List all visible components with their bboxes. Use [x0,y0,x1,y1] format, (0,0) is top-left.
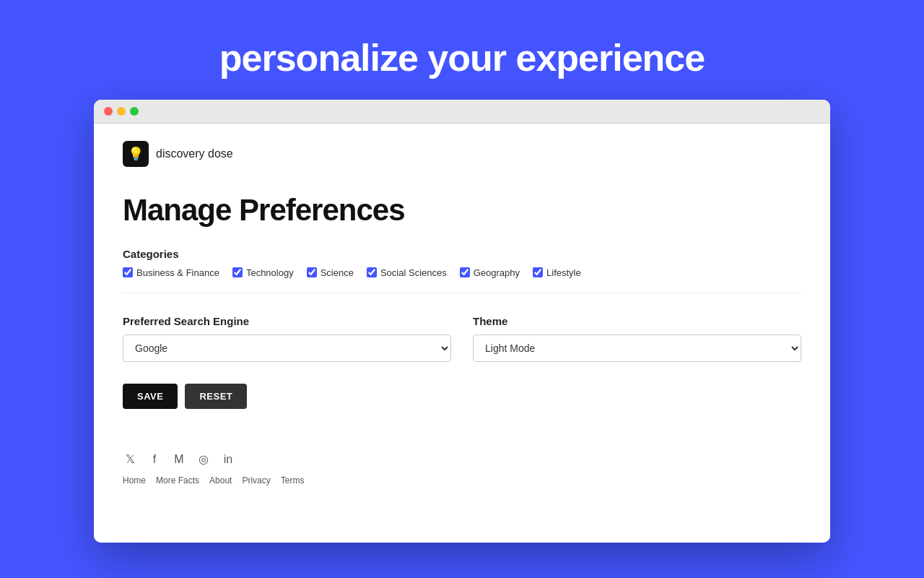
footer-link-privacy[interactable]: Privacy [242,475,270,486]
footer-link-terms[interactable]: Terms [281,475,305,486]
category-checkbox-geo[interactable] [460,267,470,277]
preferences-grid: Preferred Search Engine GoogleBingDuckDu… [123,315,801,362]
footer-links: HomeMore FactsAboutPrivacyTerms [123,475,801,486]
category-checkbox-life[interactable] [533,267,543,277]
reset-button[interactable]: RESET [185,384,247,409]
page-headline: personalize your experience [219,36,705,79]
categories-label: Categories [123,248,801,260]
footer: 𝕏fM◎in HomeMore FactsAboutPrivacyTerms [123,409,801,486]
category-item-soc: Social Sciences [367,267,447,278]
category-label-soc: Social Sciences [380,267,447,278]
theme-select[interactable]: Light ModeDark ModeSystem Default [473,335,801,362]
category-label-geo: Geography [474,267,520,278]
logo-icon: 💡 [128,146,144,162]
category-label-tech: Technology [246,267,294,278]
category-item-sci: Science [307,267,354,278]
category-label-sci: Science [321,267,354,278]
category-label-life: Lifestyle [546,267,581,278]
page-title: Manage Preferences [123,193,801,228]
search-engine-label: Preferred Search Engine [123,315,451,327]
action-buttons: SAVE RESET [123,384,801,409]
browser-window: 💡 discovery dose Manage Preferences Cate… [94,100,830,543]
categories-row: Business & FinanceTechnologyScienceSocia… [123,267,801,293]
category-item-biz: Business & Finance [123,267,219,278]
traffic-light-red[interactable] [104,107,113,116]
category-item-geo: Geography [460,267,520,278]
app-logo: 💡 [123,141,149,167]
browser-chrome [94,100,830,124]
category-label-biz: Business & Finance [136,267,219,278]
category-item-tech: Technology [232,267,294,278]
search-engine-select[interactable]: GoogleBingDuckDuckGoYahoo [123,335,451,362]
social-icons: 𝕏fM◎in [123,452,801,467]
category-checkbox-soc[interactable] [367,267,377,277]
app-header: 💡 discovery dose [123,141,801,167]
theme-label: Theme [473,315,801,327]
linkedin-icon[interactable]: in [221,452,235,467]
medium-icon[interactable]: M [172,452,186,467]
traffic-light-green[interactable] [130,107,139,116]
footer-link-more-facts[interactable]: More Facts [156,475,199,486]
traffic-light-yellow[interactable] [117,107,126,116]
category-item-life: Lifestyle [533,267,581,278]
search-engine-group: Preferred Search Engine GoogleBingDuckDu… [123,315,451,362]
category-checkbox-sci[interactable] [307,267,317,277]
footer-link-home[interactable]: Home [123,475,146,486]
facebook-icon[interactable]: f [147,452,162,467]
theme-group: Theme Light ModeDark ModeSystem Default [473,315,801,362]
category-checkbox-tech[interactable] [232,267,243,277]
browser-content: 💡 discovery dose Manage Preferences Cate… [94,124,830,543]
twitter-icon[interactable]: 𝕏 [123,452,137,467]
app-name: discovery dose [156,147,233,160]
category-checkbox-biz[interactable] [123,267,133,277]
instagram-icon[interactable]: ◎ [196,452,211,467]
footer-link-about[interactable]: About [209,475,232,486]
save-button[interactable]: SAVE [123,384,178,409]
